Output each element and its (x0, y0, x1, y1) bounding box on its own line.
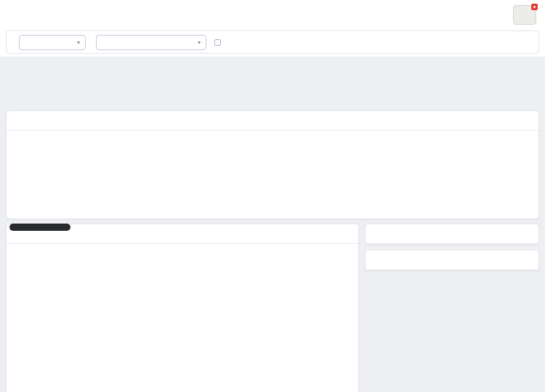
page: ▾ ▾ (0, 0, 545, 392)
daily-activity-chart[interactable] (9, 132, 531, 221)
traffic-select[interactable]: ▾ (96, 35, 206, 50)
refer-a-friend-banner[interactable] (467, 5, 536, 25)
right-column (365, 224, 539, 271)
checkbox-icon[interactable] (214, 39, 221, 46)
referrals-button[interactable] (513, 5, 536, 25)
arrow-right-icon (495, 9, 509, 21)
breadcrumb (9, 4, 538, 12)
top-devices-title (366, 224, 538, 244)
top-sites-panel (365, 250, 539, 271)
line-chart-icon (9, 14, 20, 24)
chart-area[interactable] (7, 131, 538, 224)
show-unique-ip-checkbox[interactable] (214, 39, 224, 46)
bar-chart-icon (373, 229, 382, 238)
bottom-row (6, 224, 539, 392)
toolbar: ▾ ▾ (6, 30, 539, 54)
top-sites-title (366, 250, 538, 270)
bar-chart-icon (373, 256, 382, 264)
top-devices-panel (365, 224, 539, 245)
bar-chart-icon (14, 116, 23, 125)
chart-tooltip (9, 224, 70, 231)
notification-badge (531, 4, 538, 10)
timeframe-select[interactable]: ▾ (19, 35, 86, 50)
chevron-down-icon: ▾ (77, 39, 80, 46)
page-title-row (9, 14, 538, 24)
daily-activity-panel (6, 110, 539, 219)
country-breakdown-panel (6, 224, 359, 392)
chevron-down-icon: ▾ (198, 39, 201, 46)
daily-activity-title (7, 111, 538, 131)
money-icon (467, 9, 485, 22)
